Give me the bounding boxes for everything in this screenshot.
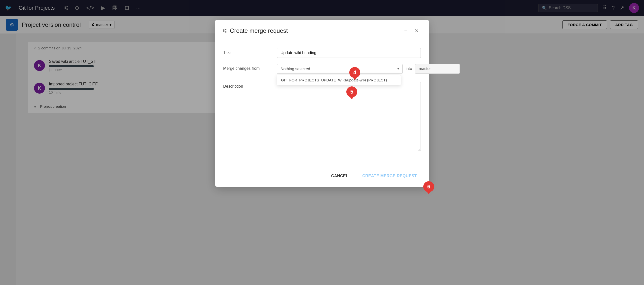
close-button[interactable]: ✕	[412, 27, 421, 35]
merge-from-row: Merge changes from Nothing selected GIT_…	[223, 64, 421, 74]
title-input[interactable]	[277, 48, 421, 58]
merge-icon: ⑆	[223, 28, 226, 34]
description-label: Description	[223, 82, 273, 89]
modal-footer-wrapper: CANCEL CREATE MERGE REQUEST 6	[215, 165, 429, 187]
minimize-button[interactable]: −	[402, 27, 409, 35]
merge-selects: Nothing selected GIT_FOR_PROJECTS_UPDATE…	[277, 64, 460, 74]
title-row: Title	[223, 48, 421, 58]
dropdown-item-update-wiki[interactable]: GIT_FOR_PROJECTS_UPDATE_WIKI/update-wiki…	[277, 75, 401, 85]
merge-into-field: master	[415, 64, 460, 74]
into-label: into	[406, 66, 412, 71]
modal-header: ⑆ Create merge request − ✕	[215, 20, 429, 40]
modal-title: Create merge request	[230, 27, 399, 34]
cancel-button[interactable]: CANCEL	[327, 171, 352, 181]
merge-from-dropdown[interactable]: GIT_FOR_PROJECTS_UPDATE_WIKI/update-wiki…	[277, 75, 401, 86]
create-merge-request-modal: 4 5 ⑆ Create merge request − ✕ Title Mer…	[215, 20, 429, 187]
step-5-badge: 5	[346, 86, 357, 97]
create-merge-request-button[interactable]: CREATE MERGE REQUEST	[358, 171, 421, 181]
modal-overlay: 4 5 ⑆ Create merge request − ✕ Title Mer…	[0, 0, 644, 285]
merge-label: Merge changes from	[223, 64, 273, 71]
step-6-badge: 6	[423, 181, 434, 192]
modal-footer: CANCEL CREATE MERGE REQUEST	[215, 165, 429, 187]
step-4-badge: 4	[349, 67, 360, 78]
merge-from-select[interactable]: Nothing selected GIT_FOR_PROJECTS_UPDATE…	[277, 64, 403, 74]
modal-body: Title Merge changes from Nothing selecte…	[215, 40, 429, 165]
title-label: Title	[223, 48, 273, 55]
merge-from-select-wrapper: Nothing selected GIT_FOR_PROJECTS_UPDATE…	[277, 64, 403, 74]
description-row: Description	[223, 82, 421, 151]
